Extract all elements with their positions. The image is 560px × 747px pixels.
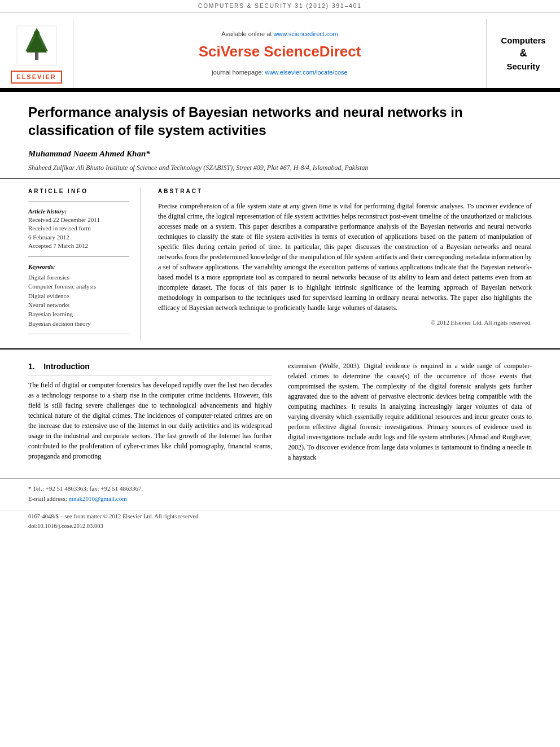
keyword-5: Bayesian learning xyxy=(28,310,129,318)
doi-line: doi:10.1016/j.cose.2012.03.003 xyxy=(28,522,532,531)
info-abstract-section: ARTICLE INFO Article history: Received 2… xyxy=(0,179,560,350)
article-title-section: Performance analysis of Bayesian network… xyxy=(0,92,560,178)
keyword-4: Neural networks xyxy=(28,301,129,309)
elsevier-tree-icon xyxy=(14,23,59,68)
keyword-3: Digital evidence xyxy=(28,292,129,300)
copyright-line: © 2012 Elsevier Ltd. All rights reserved… xyxy=(158,318,532,327)
keyword-2: Computer forensic analysis xyxy=(28,282,129,291)
abstract-col: ABSTRACT Precise comprehension of a file… xyxy=(158,187,532,340)
svg-rect-1 xyxy=(35,51,38,60)
body-content: 1. Introduction The field of digital or … xyxy=(0,350,560,478)
journal-homepage-text: journal homepage: www.elsevier.com/locat… xyxy=(212,68,347,77)
footnote-tel: * Tel.: +92 51 4863363; fax: +92 51 4863… xyxy=(28,484,532,493)
article-title: Performance analysis of Bayesian network… xyxy=(28,103,532,138)
elsevier-logo-box: ELSEVIER xyxy=(0,19,73,88)
bottom-info: 0167-4048/$ – see front matter © 2012 El… xyxy=(0,510,560,534)
received-date: Received 22 December 2011 xyxy=(28,216,129,224)
keywords-group: Keywords: Digital forensics Computer for… xyxy=(28,263,129,329)
article-info-label: ARTICLE INFO xyxy=(28,187,129,195)
sciverse-url-link[interactable]: www.sciencedirect.com xyxy=(273,30,338,37)
divider2 xyxy=(28,256,129,257)
email-label: E-mail address: xyxy=(28,495,67,502)
elsevier-label: ELSEVIER xyxy=(11,71,62,84)
keyword-1: Digital forensics xyxy=(28,273,129,282)
footnote-section: * Tel.: +92 51 4863363; fax: +92 51 4863… xyxy=(0,478,560,510)
author-name: Muhammad Naeem Ahmed Khan* xyxy=(28,148,532,160)
keyword-6: Bayesian decision theory xyxy=(28,320,129,328)
abstract-label: ABSTRACT xyxy=(158,187,532,195)
sciverse-title: SciVerse ScienceDirect xyxy=(199,41,361,62)
two-col-body: 1. Introduction The field of digital or … xyxy=(28,361,532,467)
article-history-group: Article history: Received 22 December 20… xyxy=(28,207,129,251)
journal-citation: COMPUTERS & SECURITY 31 (2012) 391–401 xyxy=(198,3,362,9)
email-link[interactable]: mnak2010@gmail.com xyxy=(68,495,126,502)
accepted-date: Accepted 7 March 2012 xyxy=(28,242,129,250)
issn-line: 0167-4048/$ – see front matter © 2012 El… xyxy=(28,513,532,521)
article-history-label: Article history: xyxy=(28,207,129,216)
intro-paragraph-right: extremism (Wolfe, 2003). Digital evidenc… xyxy=(288,361,532,462)
journal-homepage-link[interactable]: www.elsevier.com/locate/cose xyxy=(265,69,348,76)
divider3 xyxy=(28,334,129,334)
article-info-col: ARTICLE INFO Article history: Received 2… xyxy=(28,187,141,340)
journal-citation-bar: COMPUTERS & SECURITY 31 (2012) 391–401 xyxy=(0,0,560,13)
svg-point-4 xyxy=(34,30,40,36)
revised-date: 6 February 2012 xyxy=(28,233,129,242)
author-affiliation: Shaheed Zulfikar Ali Bhutto Institute of… xyxy=(28,163,532,173)
body-col-left: 1. Introduction The field of digital or … xyxy=(28,361,272,467)
section-number: 1. xyxy=(28,362,35,371)
journal-header: ELSEVIER Available online at www.science… xyxy=(0,13,560,90)
available-online-text: Available online at www.sciencedirect.co… xyxy=(221,30,338,38)
sciverse-part1: SciVerse Science xyxy=(199,43,320,60)
journal-name-box: Computers & Security xyxy=(487,19,560,88)
journal-name-text: Computers & Security xyxy=(501,34,545,72)
introduction-heading: 1. Introduction xyxy=(28,361,272,375)
body-col-right: extremism (Wolfe, 2003). Digital evidenc… xyxy=(288,361,532,467)
section-title: Introduction xyxy=(43,362,90,371)
received-revised-label: Received in revised form xyxy=(28,224,129,233)
sciverse-part2: Direct xyxy=(320,43,361,60)
abstract-text: Precise comprehension of a file system s… xyxy=(158,201,532,313)
keywords-label: Keywords: xyxy=(28,263,129,271)
divider1 xyxy=(28,201,129,202)
intro-paragraph-left: The field of digital or computer forensi… xyxy=(28,380,272,461)
footnote-email-line: E-mail address: mnak2010@gmail.com xyxy=(28,495,532,503)
journal-center-box: Available online at www.sciencedirect.co… xyxy=(73,19,487,88)
